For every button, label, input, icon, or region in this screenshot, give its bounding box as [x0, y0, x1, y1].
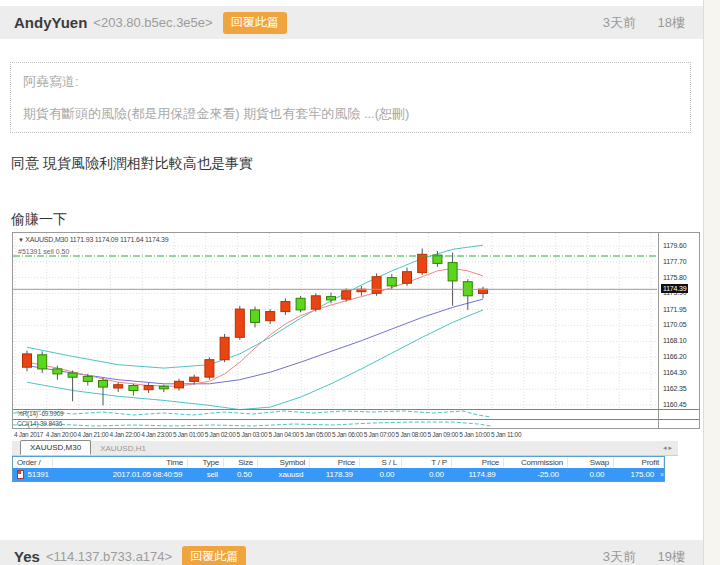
indicator-label-cci: CCI(14) 39.8436: [17, 420, 62, 427]
reply-button[interactable]: 回覆此篇: [223, 12, 287, 34]
table-cell: Price: [310, 458, 360, 467]
table-cell: xauusd: [256, 470, 308, 479]
time-tick: 4 Jan 23:00: [141, 431, 172, 438]
table-cell: 0.00: [357, 470, 399, 479]
price-tick: 1162.35: [663, 385, 699, 392]
candlestick-chart: [13, 233, 659, 429]
mt4-screenshot-image[interactable]: ▼ XAUUSD,M30 1171.93 1174.09 1171.64 117…: [12, 232, 702, 482]
trade-table: Order /TimeTypeSizeSymbolPriceS / LT / P…: [12, 456, 665, 482]
time-axis: 4 Jan 20174 Jan 20:004 Jan 21:004 Jan 22…: [12, 430, 700, 441]
price-tick: 1164.30: [663, 369, 699, 376]
time-tick: 5 Jan 04:00: [268, 431, 299, 438]
table-cell: Price: [452, 458, 504, 467]
table-cell: 1174.89: [448, 470, 500, 479]
table-cell: T / P: [402, 458, 452, 467]
user-id: <114.137.b733.a174>: [46, 549, 172, 564]
table-cell: Symbol: [258, 458, 310, 467]
time-tick: 5 Jan 01:00: [173, 431, 204, 438]
table-cell: Order /: [13, 458, 53, 467]
post-time: 3天前: [603, 15, 636, 30]
post-floor: 18樓: [658, 15, 685, 30]
price-tick: 1166.20: [663, 353, 699, 360]
comment-text-1: 同意 現貨風險利潤相對比較高也是事實: [11, 155, 253, 173]
order-doc-icon: [17, 470, 24, 479]
table-cell: 0.00: [563, 470, 609, 479]
time-tick: 5 Jan 03:00: [237, 431, 268, 438]
table-cell: Size: [224, 458, 258, 467]
time-tick: 5 Jan 09:00: [427, 431, 458, 438]
quote-author: 阿堯寫道:: [23, 73, 678, 91]
close-order-icon: ×: [660, 471, 664, 478]
quote-body: 期貨有斷頭的風險(都是用保證金來看) 期貨也有套牢的風險 ...(恕刪): [23, 105, 678, 123]
time-tick: 5 Jan 10:00: [459, 431, 490, 438]
table-cell: Time: [53, 458, 188, 467]
table-cell: sell: [186, 470, 222, 479]
current-price-label: 1174.39: [661, 284, 688, 293]
time-tick: 4 Jan 21:00: [78, 431, 109, 438]
post-meta: 3天前 19樓: [585, 548, 685, 565]
table-cell: 1178.39: [307, 470, 357, 479]
time-tick: 5 Jan 02:00: [205, 431, 236, 438]
table-cell: Swap: [568, 458, 614, 467]
price-axis-divider: [658, 233, 659, 428]
page-right-gutter: [703, 0, 720, 565]
time-tick: 5 Jan 11:00: [491, 431, 521, 438]
tab-scroll-arrows-icon: ◂ ▸: [663, 444, 672, 452]
table-header-row: Order /TimeTypeSizeSymbolPriceS / LT / P…: [13, 457, 664, 468]
table-cell: 51391: [13, 470, 53, 479]
price-tick: 1171.95: [663, 306, 699, 313]
post-header-bottom: Yes <114.137.b733.a174> 回覆此篇 3天前 19樓: [0, 540, 703, 565]
table-cell: 0.00: [398, 470, 448, 479]
quote-box: 阿堯寫道: 期貨有斷頭的風險(都是用保證金來看) 期貨也有套牢的風險 ...(恕…: [10, 62, 691, 133]
indicator-pane-cci: CCI(14) 39.8436: [13, 419, 658, 429]
open-order-label: #51391 sell 0.50: [18, 248, 69, 255]
price-tick: 1170.05: [663, 321, 699, 328]
price-tick: 1175.80: [663, 274, 699, 281]
time-tick: 5 Jan 05:00: [300, 431, 331, 438]
table-cell: -25.00: [499, 470, 562, 479]
user-id: <203.80.b5ec.3e5e>: [93, 15, 212, 30]
indicator-label-wpr: %R(14) -69.9909: [17, 410, 64, 417]
table-row: 513912017.01.05 08:40:59sell0.50xauusd11…: [13, 468, 664, 481]
username[interactable]: Yes: [14, 548, 40, 565]
comment-text-2: 偷賺一下: [11, 211, 67, 229]
table-cell: Commission: [504, 458, 568, 467]
chart-tab-xauusd-m30: XAUUSD,M30: [20, 440, 91, 455]
price-tick: 1160.45: [663, 401, 699, 408]
price-tick: 1179.60: [663, 242, 699, 249]
mt4-chart-area: ▼ XAUUSD,M30 1171.93 1174.09 1171.64 117…: [12, 232, 700, 429]
post-floor: 19樓: [658, 549, 685, 564]
time-tick: 4 Jan 20:00: [46, 431, 77, 438]
post-time: 3天前: [603, 549, 636, 564]
indicator-pane-wpr: %R(14) -69.9909: [13, 409, 658, 419]
chart-title: ▼ XAUUSD,M30 1171.93 1174.09 1171.64 117…: [18, 236, 168, 243]
table-cell: Type: [188, 458, 224, 467]
time-tick: 5 Jan 06:00: [332, 431, 363, 438]
table-cell: Profit: [614, 458, 664, 467]
table-cell: 175.00: [608, 470, 658, 479]
time-tick: 5 Jan 08:00: [396, 431, 427, 438]
price-tick: 1168.10: [663, 337, 699, 344]
post-header-top: AndyYuen <203.80.b5ec.3e5e> 回覆此篇 3天前 18樓: [0, 6, 703, 39]
time-tick: 4 Jan 22:00: [109, 431, 140, 438]
chart-tab-xauusd-h1: XAUUSD,H1: [91, 442, 155, 455]
table-cell: 0.50: [222, 470, 256, 479]
table-cell: S / L: [360, 458, 402, 467]
reply-button[interactable]: 回覆此篇: [182, 546, 246, 565]
chart-tab-strip: XAUUSD,M30XAUUSD,H1◂ ▸: [12, 441, 678, 456]
table-cell: 2017.01.05 08:40:59: [53, 470, 187, 479]
price-tick: 1177.70: [663, 258, 699, 265]
username[interactable]: AndyYuen: [14, 14, 87, 31]
time-tick: 5 Jan 07:00: [364, 431, 395, 438]
post-meta: 3天前 18樓: [585, 14, 685, 32]
time-tick: 4 Jan 2017: [14, 431, 43, 438]
